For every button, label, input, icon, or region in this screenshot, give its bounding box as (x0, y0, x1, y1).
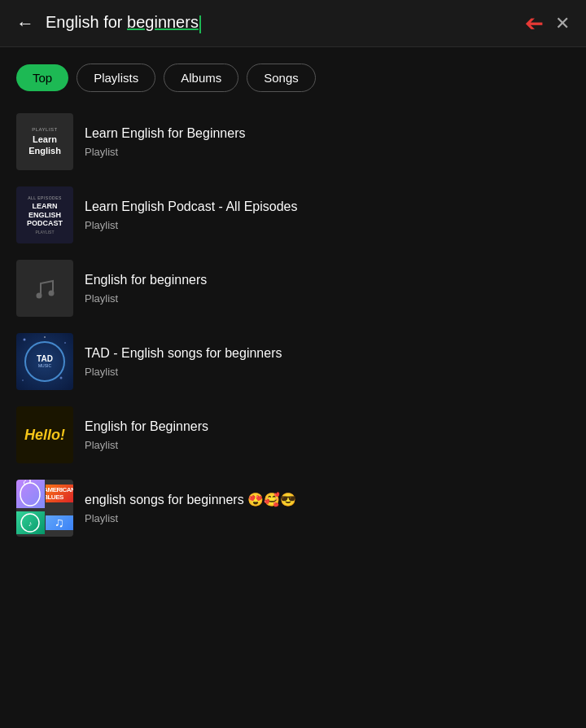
svg-point-2 (24, 339, 26, 341)
list-item[interactable]: English for beginners Playlist (0, 252, 586, 325)
collage-cell-3: ♪ (16, 511, 45, 534)
svg-point-3 (64, 342, 66, 344)
cursor (199, 15, 201, 33)
filter-tabs: Top Playlists Albums Songs (0, 47, 586, 105)
tab-albums[interactable]: Albums (164, 64, 238, 92)
search-header: ← English for beginners ➔ ✕ (0, 0, 586, 47)
tab-songs[interactable]: Songs (247, 64, 316, 92)
result-info: Learn English Podcast - All Episodes Pla… (85, 199, 570, 231)
back-button[interactable]: ← (16, 13, 34, 34)
music-note-icon (28, 272, 61, 305)
tad-inner: TAD MUSIC (16, 333, 73, 390)
result-type: Playlist (85, 512, 570, 524)
result-info: English for Beginners Playlist (85, 419, 570, 451)
result-title: English for Beginners (85, 419, 570, 436)
collage-cell-1 (16, 480, 45, 508)
thumbnail-learn-english: PLAYLIST LearnEnglish (16, 113, 73, 170)
thumbnail-tad: TAD MUSIC (16, 333, 73, 390)
result-title: Learn English Podcast - All Episodes (85, 199, 570, 216)
thumb-title: LearnEnglish (28, 134, 61, 157)
close-button[interactable]: ✕ (555, 13, 570, 34)
search-text-static: English for beginners (46, 13, 199, 31)
list-item[interactable]: Hello! English for Beginners Playlist (0, 398, 586, 471)
collage-cell-2: AMERICAN BLUES (46, 485, 74, 502)
result-type: Playlist (85, 219, 570, 231)
thumb-playlist-label: PLAYLIST (32, 127, 58, 132)
red-arrow-indicator: ➔ (525, 10, 544, 37)
search-text-underlined: beginners (127, 13, 199, 31)
svg-point-1 (49, 291, 55, 296)
result-title: English for beginners (85, 272, 570, 289)
result-type: Playlist (85, 146, 570, 158)
list-item[interactable]: PLAYLIST LearnEnglish Learn English for … (0, 105, 586, 178)
svg-point-6 (44, 336, 46, 338)
result-title: Learn English for Beginners (85, 125, 570, 143)
result-type: Playlist (85, 439, 570, 451)
result-type: Playlist (85, 292, 570, 305)
result-type: Playlist (85, 366, 570, 378)
tad-bg-decoration (16, 333, 73, 390)
tab-playlists[interactable]: Playlists (77, 64, 155, 92)
thumb-ep-bottom: PLAYLIST (36, 230, 55, 235)
svg-point-5 (22, 379, 24, 381)
collage-cell-4: ♫ (46, 515, 74, 530)
thumbnail-hello: Hello! (16, 406, 73, 463)
result-info: Learn English for Beginners Playlist (85, 125, 570, 158)
results-list: PLAYLIST LearnEnglish Learn English for … (0, 105, 586, 561)
list-item[interactable]: TAD MUSIC TAD - English songs for beginn… (0, 325, 586, 398)
list-item[interactable]: ALL EPISODES LEARNENGLISHPODCAST PLAYLIS… (0, 178, 586, 252)
result-info: English for beginners Playlist (85, 272, 570, 305)
result-info: TAD - English songs for beginners Playli… (85, 345, 570, 378)
svg-point-7 (20, 483, 40, 506)
thumbnail-music-note (16, 260, 73, 317)
tab-top[interactable]: Top (16, 64, 68, 91)
result-title: english songs for beginners 😍🥰😎 (85, 492, 570, 509)
result-info: english songs for beginners 😍🥰😎 Playlist (85, 492, 570, 524)
thumb-ep-label: ALL EPISODES (28, 195, 62, 200)
svg-point-4 (60, 377, 63, 379)
thumbnail-podcast: ALL EPISODES LEARNENGLISHPODCAST PLAYLIS… (16, 186, 73, 243)
list-item[interactable]: AMERICAN BLUES ♪ ♫ english songs for beg… (0, 471, 586, 545)
search-input-wrapper: English for beginners (46, 13, 514, 33)
thumbnail-collage: AMERICAN BLUES ♪ ♫ (16, 480, 73, 537)
thumb-ep-title: LEARNENGLISHPODCAST (27, 202, 63, 228)
result-title: TAD - English songs for beginners (85, 345, 570, 362)
svg-text:♪: ♪ (28, 520, 33, 528)
svg-point-0 (37, 293, 42, 299)
hello-text: Hello! (24, 427, 65, 444)
